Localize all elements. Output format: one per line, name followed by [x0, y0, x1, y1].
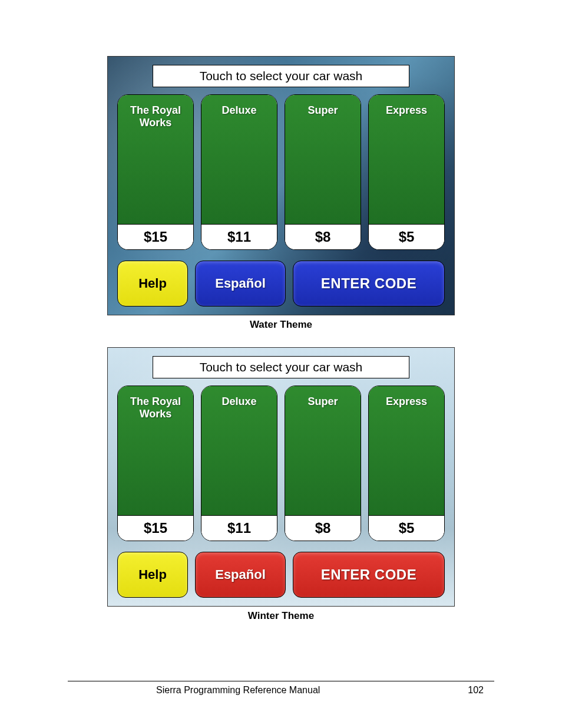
wash-option-price: $11: [201, 224, 277, 249]
wash-option-deluxe[interactable]: Deluxe $11: [201, 386, 277, 541]
wash-option-label: Deluxe: [201, 95, 277, 224]
wash-option-label: Express: [369, 95, 444, 224]
language-button[interactable]: Español: [195, 552, 286, 598]
language-button[interactable]: Español: [195, 261, 286, 307]
enter-code-button[interactable]: ENTER CODE: [293, 552, 445, 598]
footer-title: Sierra Programming Reference Manual: [156, 685, 320, 696]
wash-option-label: Express: [369, 386, 444, 515]
wash-option-price: $15: [118, 224, 193, 249]
wash-option-express[interactable]: Express $5: [368, 94, 445, 250]
wash-option-label: Deluxe: [201, 386, 277, 515]
wash-option-express[interactable]: Express $5: [368, 386, 445, 541]
theme-block-water: Touch to select your car wash The Royal …: [107, 56, 455, 331]
kiosk-screen-winter: Touch to select your car wash The Royal …: [107, 347, 455, 607]
wash-option-price: $5: [369, 224, 444, 249]
wash-option-deluxe[interactable]: Deluxe $11: [201, 94, 277, 250]
options-row: The Royal Works $15 Deluxe $11 Super $8 …: [117, 386, 445, 541]
options-row: The Royal Works $15 Deluxe $11 Super $8 …: [117, 94, 445, 250]
wash-option-price: $5: [369, 515, 444, 541]
wash-option-price: $15: [118, 515, 193, 541]
wash-option-label: The Royal Works: [118, 386, 193, 515]
bottom-button-row: Help Español ENTER CODE: [117, 552, 445, 598]
prompt-bar: Touch to select your car wash: [153, 65, 409, 87]
wash-option-label: Super: [285, 386, 361, 515]
wash-option-label: Super: [285, 95, 361, 224]
kiosk-screen-water: Touch to select your car wash The Royal …: [107, 56, 455, 315]
theme-block-winter: Touch to select your car wash The Royal …: [107, 347, 455, 622]
figure-caption: Water Theme: [107, 319, 455, 331]
wash-option-super[interactable]: Super $8: [285, 94, 361, 250]
wash-option-price: $11: [201, 515, 277, 541]
wash-option-label: The Royal Works: [118, 95, 193, 224]
help-button[interactable]: Help: [117, 552, 188, 598]
wash-option-royal-works[interactable]: The Royal Works $15: [117, 386, 194, 541]
help-button[interactable]: Help: [117, 261, 188, 307]
footer-page-number: 102: [468, 685, 484, 696]
bottom-button-row: Help Español ENTER CODE: [117, 261, 445, 307]
document-page: Touch to select your car wash The Royal …: [0, 0, 562, 728]
wash-option-price: $8: [285, 515, 361, 541]
wash-option-royal-works[interactable]: The Royal Works $15: [117, 94, 194, 250]
figure-caption: Winter Theme: [107, 610, 455, 622]
page-footer: Sierra Programming Reference Manual 102: [68, 681, 494, 696]
prompt-bar: Touch to select your car wash: [153, 356, 409, 378]
enter-code-button[interactable]: ENTER CODE: [293, 261, 445, 307]
wash-option-super[interactable]: Super $8: [285, 386, 361, 541]
wash-option-price: $8: [285, 224, 361, 249]
